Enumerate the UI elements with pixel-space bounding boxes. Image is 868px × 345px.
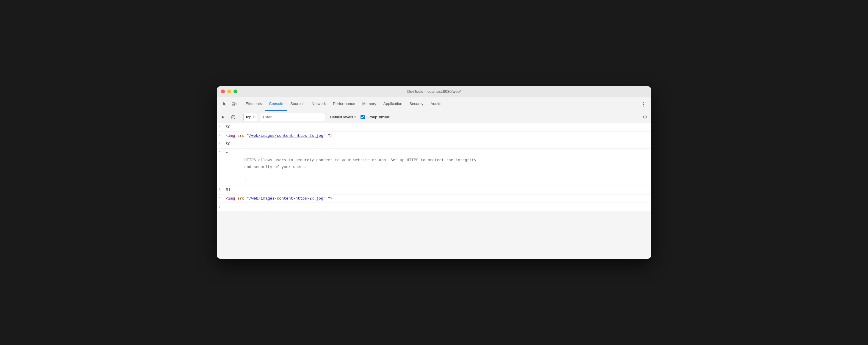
window-title: DevTools - localhost:8080/web/ — [407, 89, 461, 94]
multiline-text: " HTTPS allows users to securely connect… — [226, 151, 476, 184]
quote: " — [323, 196, 326, 201]
console-result-text: <img src="/web/images/content-https-2x.j… — [226, 194, 651, 203]
svg-rect-0 — [232, 103, 235, 105]
clear-button[interactable] — [229, 113, 237, 121]
result-arrow: ‹ — [217, 132, 226, 138]
console-prompt-input[interactable] — [226, 205, 651, 209]
group-similar-label: Group similar — [367, 115, 390, 119]
attr-link[interactable]: /web/images/content-https-2x.jpg — [249, 196, 323, 201]
cursor-icon-button[interactable] — [220, 100, 229, 108]
console-toolbar: top ▾ Default levels ▾ Group similar ⚙ — [217, 111, 651, 123]
console-output: › $0 ‹ <img src="/web/images/content-htt… — [217, 123, 651, 211]
levels-button[interactable]: Default levels ▾ — [328, 113, 358, 121]
device-toggle-button[interactable] — [230, 100, 238, 108]
console-result-text: <img src="/web/images/content-https-2x.j… — [226, 132, 651, 140]
result-arrow: ‹ — [217, 149, 226, 155]
console-prompt-line: › — [217, 203, 651, 211]
tab-network[interactable]: Network — [308, 97, 330, 111]
console-line: ‹ <img src="/web/images/content-https-2x… — [217, 194, 651, 203]
traffic-lights — [221, 90, 237, 93]
toolbar-divider — [240, 114, 240, 120]
tab-audits[interactable]: Audits — [427, 97, 445, 111]
group-similar-checkbox[interactable] — [361, 115, 365, 119]
console-line: › $0 — [217, 140, 651, 149]
console-input-text: $1 — [226, 186, 651, 194]
tab-icons — [218, 97, 241, 111]
console-line: ‹ <img src="/web/images/content-https-2x… — [217, 132, 651, 140]
console-multiline-result: " HTTPS allows users to securely connect… — [226, 149, 651, 186]
tab-application[interactable]: Application — [380, 97, 406, 111]
tabs-right: ⋮ — [637, 97, 650, 111]
tab-elements[interactable]: Elements — [242, 97, 265, 111]
html-tag: <img — [226, 196, 237, 201]
console-input-text: $0 — [226, 140, 651, 148]
devtools-window: DevTools - localhost:8080/web/ — [217, 86, 651, 259]
svg-marker-3 — [222, 116, 224, 119]
html-tag-close: "> — [326, 196, 333, 201]
console-line: › $0 — [217, 123, 651, 132]
input-arrow: › — [217, 123, 226, 129]
attr-link[interactable]: /web/images/content-https-2x.jpg — [249, 133, 323, 138]
quote: " — [247, 133, 249, 138]
tab-performance[interactable]: Performance — [329, 97, 359, 111]
context-value: top — [246, 115, 251, 119]
svg-rect-1 — [235, 103, 237, 105]
filter-input[interactable] — [260, 113, 325, 121]
more-tabs-button[interactable]: ⋮ — [639, 100, 648, 108]
console-input-text: $0 — [226, 123, 651, 131]
title-bar: DevTools - localhost:8080/web/ — [217, 86, 651, 97]
settings-gear-icon[interactable]: ⚙ — [641, 113, 649, 121]
close-button[interactable] — [221, 90, 225, 93]
prompt-arrow: › — [217, 205, 226, 209]
quote: " — [247, 196, 249, 201]
attr-name: src= — [237, 133, 247, 138]
devtools-panel: Elements Console Sources Network Perform… — [217, 97, 651, 211]
context-selector[interactable]: top ▾ — [243, 113, 257, 121]
dropdown-arrow-icon: ▾ — [253, 116, 255, 119]
input-arrow: › — [217, 140, 226, 146]
tab-security[interactable]: Security — [406, 97, 427, 111]
attr-name: src= — [237, 196, 247, 201]
tab-memory[interactable]: Memory — [359, 97, 380, 111]
group-similar-checkbox-area[interactable]: Group similar — [361, 115, 390, 119]
levels-label: Default levels — [330, 115, 353, 119]
tabs-bar: Elements Console Sources Network Perform… — [217, 97, 651, 111]
quote: " — [323, 133, 326, 138]
svg-line-5 — [232, 116, 235, 119]
result-arrow: ‹ — [217, 194, 226, 201]
input-arrow: › — [217, 186, 226, 192]
html-tag: <img — [226, 133, 237, 138]
tab-console[interactable]: Console — [265, 97, 287, 111]
console-line: ‹ " HTTPS allows users to securely conne… — [217, 149, 651, 186]
levels-dropdown-icon: ▾ — [354, 116, 356, 119]
html-tag-close: "> — [326, 133, 333, 138]
maximize-button[interactable] — [234, 90, 237, 93]
console-line: › $1 — [217, 186, 651, 194]
minimize-button[interactable] — [227, 90, 231, 93]
tab-sources[interactable]: Sources — [287, 97, 308, 111]
execute-button[interactable] — [219, 113, 227, 121]
